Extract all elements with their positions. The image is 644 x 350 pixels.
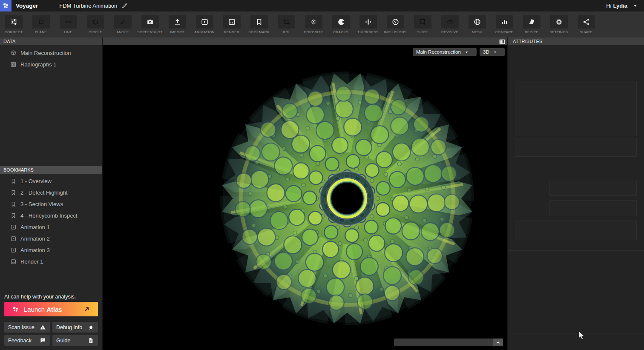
divider — [102, 37, 103, 350]
section-header-band: DATA ATTRIBUTES — [0, 37, 644, 45]
tool-label: SETTINGS — [549, 30, 568, 34]
share-icon — [578, 15, 595, 29]
chevron-down-icon — [632, 3, 638, 9]
tool-cracks[interactable]: CRACKS — [327, 11, 354, 37]
bookmark-icon — [10, 189, 17, 196]
circle-icon — [87, 15, 104, 29]
tool-label: SLICE — [417, 30, 428, 34]
tool-label: RENDER — [224, 30, 239, 34]
tool-label: MESH — [472, 30, 483, 34]
bookmark-item-2-defect-highlight[interactable]: 2 - Defect Highlight — [0, 187, 102, 198]
tool-animation[interactable]: ANIMATION — [191, 11, 218, 37]
item-label: 4 - Honeycomb Inspect — [20, 212, 78, 219]
tool-label: CORRECT — [5, 30, 23, 34]
item-label: 2 - Defect Highlight — [20, 189, 68, 196]
expand-timeline-button[interactable] — [493, 339, 503, 346]
launch-atlas-label: LaunchAtlas — [24, 306, 62, 313]
tool-recipe[interactable]: RECIPE — [518, 11, 545, 37]
disabled-field-outline — [515, 138, 637, 157]
bookmark-item-animation-3[interactable]: Animation 3 — [0, 244, 102, 256]
scan-issue-button[interactable]: Scan Issue — [4, 322, 50, 333]
launch-atlas-button[interactable]: LaunchAtlas — [4, 302, 98, 316]
tool-correct[interactable]: CORRECT — [0, 11, 27, 37]
plane-icon — [32, 15, 50, 29]
item-label: Animation 1 — [20, 224, 50, 230]
turbine-ct-rendering — [102, 45, 508, 350]
play-square-icon — [10, 247, 17, 253]
guide-button[interactable]: Guide — [52, 335, 98, 346]
tool-share[interactable]: SHARE — [572, 11, 600, 37]
bookmark-item-4-honeycomb-inspect[interactable]: 4 - Honeycomb Inspect — [0, 210, 102, 221]
tool-mesh[interactable]: MESH — [463, 11, 491, 37]
disabled-field-outline — [515, 81, 637, 136]
chevron-down-icon — [493, 50, 497, 55]
tool-label: ROI — [283, 30, 289, 34]
tool-roi[interactable]: ROI — [273, 11, 300, 37]
debug-info-button[interactable]: Debug Info — [52, 322, 98, 333]
bookmark-item-1-overview[interactable]: 1 - Overview — [0, 175, 102, 187]
tool-compare[interactable]: COMPARE — [491, 11, 518, 37]
item-label: Render 1 — [20, 258, 43, 265]
image-icon — [10, 258, 17, 265]
tool-inclusions[interactable]: INCLUSIONS — [382, 11, 409, 37]
atlas-logo-icon — [12, 306, 19, 313]
tool-label: CIRCLE — [89, 30, 102, 34]
tool-label: IMPORT — [170, 30, 184, 34]
bookmark-item-render-1[interactable]: Render 1 — [0, 256, 102, 267]
tool-render[interactable]: RENDER — [218, 11, 245, 37]
tool-label: INCLUSIONS — [384, 30, 407, 34]
data-section-header: DATA — [3, 37, 16, 45]
tool-screenshot[interactable]: SCREENSHOT — [136, 11, 164, 37]
tool-label: COMPARE — [495, 30, 514, 34]
mesh-icon — [469, 15, 486, 29]
tool-bookmark[interactable]: BOOKMARK — [245, 11, 273, 37]
revolve-icon — [441, 15, 459, 29]
bookmark-item-animation-2[interactable]: Animation 2 — [0, 233, 102, 244]
thickness-icon — [359, 15, 377, 29]
user-menu[interactable]: Hi Lydia — [606, 3, 638, 9]
warning-icon — [40, 324, 46, 330]
slice-icon — [414, 15, 431, 29]
render-viewport[interactable]: Main Reconstruction 3D — [102, 45, 508, 350]
tool-revolve[interactable]: REVOLVE — [436, 11, 463, 37]
feedback-button[interactable]: Feedback — [4, 335, 50, 346]
data-item-main-reconstruction[interactable]: Main Reconstruction — [0, 47, 102, 59]
angle-icon — [114, 15, 132, 29]
edit-title-pencil-icon[interactable] — [121, 3, 128, 9]
tool-circle[interactable]: CIRCLE — [82, 11, 109, 37]
divider — [507, 37, 508, 350]
disabled-field-outline — [549, 180, 637, 196]
project-title: FDM Turbine Animation — [59, 3, 117, 9]
divider — [508, 333, 644, 333]
attributes-panel — [508, 45, 644, 350]
button-label: Debug Info — [56, 324, 82, 330]
bookmark-icon — [10, 178, 17, 184]
tool-settings[interactable]: SETTINGS — [545, 11, 572, 37]
tool-thickness[interactable]: THICKNESS — [354, 11, 382, 37]
tool-plane[interactable]: PLANE — [27, 11, 55, 37]
bookmarks-list: 1 - Overview2 - Defect Highlight3 - Sect… — [0, 175, 102, 267]
tool-slice[interactable]: SLICE — [409, 11, 436, 37]
tool-import[interactable]: IMPORT — [164, 11, 191, 37]
timeline-collapsed-bar[interactable] — [394, 339, 503, 346]
item-label: Radiographs 1 — [20, 61, 57, 68]
bookmark-item-animation-1[interactable]: Animation 1 — [0, 221, 102, 233]
data-item-radiographs-1[interactable]: Radiographs 1 — [0, 59, 102, 70]
gear-icon — [550, 15, 568, 29]
tool-line[interactable]: LINE — [55, 11, 82, 37]
divider — [508, 250, 644, 251]
bookmark-item-3-section-views[interactable]: 3 - Section Views — [0, 198, 102, 210]
import-icon — [169, 15, 186, 29]
attributes-panel-toggle-icon[interactable] — [499, 38, 506, 44]
tool-porosity[interactable]: POROSITY — [300, 11, 327, 37]
tool-label: RECIPE — [525, 30, 538, 34]
item-label: Animation 2 — [20, 235, 50, 242]
dataset-dropdown[interactable]: Main Reconstruction — [413, 48, 477, 56]
ai-hint-text: AI can help with your analysis. — [4, 294, 76, 300]
play-square-icon — [10, 224, 17, 230]
button-label: Feedback — [8, 338, 32, 344]
button-label: Guide — [56, 338, 70, 344]
render-icon — [223, 15, 241, 29]
view-mode-dropdown[interactable]: 3D — [480, 48, 505, 56]
tool-angle[interactable]: ANGLE — [109, 11, 136, 37]
